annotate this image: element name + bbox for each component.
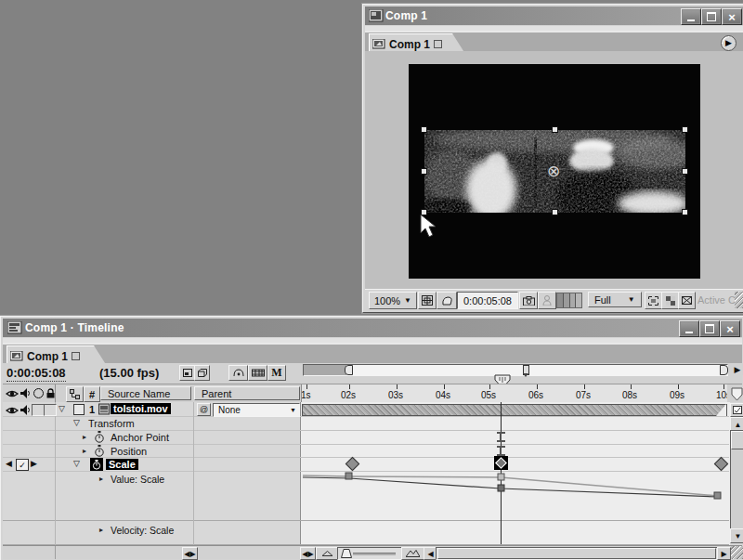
selection-handle[interactable] <box>552 209 558 215</box>
timeline-close-button[interactable]: × <box>720 320 740 337</box>
timeline-minimize-button[interactable] <box>679 320 699 337</box>
comp-resize-grip[interactable] <box>735 292 743 308</box>
vscroll-thumb[interactable] <box>731 431 743 449</box>
scale-label[interactable]: Scale <box>106 459 138 470</box>
selection-handle[interactable] <box>421 168 427 175</box>
anchor-expand-arrow[interactable]: ▸ <box>83 433 86 441</box>
comp-window-titlebar[interactable]: Comp 1 × <box>365 7 743 25</box>
frame-blending-button[interactable] <box>248 365 267 381</box>
flowchart-button[interactable] <box>194 365 210 381</box>
motion-blur-button[interactable]: M <box>267 365 286 381</box>
transform-expand-arrow[interactable]: ▽ <box>73 418 80 427</box>
resolution-dropdown[interactable]: Full ▼ <box>588 292 642 307</box>
parent-dropdown[interactable]: None ▼ <box>213 403 300 417</box>
navigator-end-handle[interactable] <box>720 365 728 375</box>
view-popup[interactable]: Active Ca <box>697 292 736 307</box>
layer-solo-cell[interactable] <box>32 404 45 416</box>
time-navigator[interactable] <box>303 364 728 376</box>
selection-handle[interactable] <box>682 168 688 175</box>
blue-channel-icon[interactable] <box>570 293 577 307</box>
comp-marker-bin-icon[interactable] <box>731 387 743 401</box>
comp-close-button[interactable]: × <box>722 8 742 25</box>
source-name-header[interactable]: Source Name <box>100 386 191 400</box>
vscroll-track[interactable] <box>730 430 743 530</box>
scale-stopwatch-icon[interactable] <box>90 458 103 471</box>
transform-group-label[interactable]: Transform <box>88 418 135 429</box>
zoom-slider-handle[interactable] <box>341 549 352 558</box>
layer-number-header[interactable]: # <box>84 386 100 402</box>
position-expand-arrow[interactable]: ▸ <box>83 447 86 455</box>
layer-video-toggle[interactable] <box>6 406 19 415</box>
selection-handle[interactable] <box>552 126 558 133</box>
timeline-titlebar[interactable]: Comp 1 · Timeline × <box>3 319 742 337</box>
prev-keyframe-button[interactable]: ◀ <box>6 459 12 468</box>
comp-stage: ⊗ <box>409 64 700 279</box>
footage-layer[interactable]: ⊗ <box>424 130 685 213</box>
parent-pickwhip[interactable]: @ <box>197 403 211 416</box>
position-stopwatch-icon[interactable] <box>94 445 105 457</box>
hscroll-thumb[interactable] <box>437 548 716 559</box>
scale-expand-arrow[interactable]: ▽ <box>73 459 80 468</box>
value-expand-arrow[interactable]: ▸ <box>99 475 103 483</box>
alpha-channel-icon[interactable] <box>576 293 581 307</box>
source-col-resize-arrows[interactable]: ◀▶ <box>182 547 198 560</box>
selection-handle[interactable] <box>421 126 427 133</box>
mask-visibility-button[interactable] <box>437 292 457 309</box>
marker-well-button[interactable] <box>730 403 743 417</box>
timeline-resize-grip[interactable] <box>731 546 743 559</box>
velocity-expand-arrow[interactable]: ▸ <box>99 526 103 534</box>
layer-switches-header[interactable] <box>66 386 84 402</box>
comp-maximize-button[interactable] <box>701 8 722 25</box>
vscroll-down-button[interactable]: ▼ <box>730 528 743 543</box>
time-ruler[interactable]: 1s 02s 03s 04s 05s 06s 07s 08s 09s 10s <box>302 384 727 403</box>
layer-source-name[interactable]: tolstoi.mov <box>111 403 171 414</box>
hide-shy-layers-button[interactable] <box>228 365 248 381</box>
red-channel-icon[interactable] <box>557 293 564 307</box>
parent-col-resize-arrows[interactable]: ◀▶ <box>300 547 316 560</box>
selection-handle[interactable] <box>682 126 688 133</box>
layer-lock-cell[interactable] <box>44 404 57 416</box>
timeline-timecode[interactable]: 0:00:05:08 <box>7 366 66 382</box>
timeline-panel-menu-button[interactable]: ▶ <box>731 364 743 375</box>
zoom-slider[interactable] <box>337 547 402 560</box>
layer-quality-switch[interactable] <box>73 404 85 415</box>
timeline-tab-marker[interactable] <box>72 352 80 360</box>
solo-column-icon <box>33 388 44 398</box>
anchor-point-label[interactable]: Anchor Point <box>111 432 169 443</box>
region-of-interest-button[interactable] <box>645 292 662 309</box>
magnification-dropdown[interactable]: 100% ▼ <box>369 292 417 309</box>
scale-value-graph[interactable] <box>300 402 729 545</box>
panel-menu-arrow-icon: ▶ <box>725 39 732 47</box>
position-label[interactable]: Position <box>111 446 147 457</box>
selection-handle[interactable] <box>682 209 688 215</box>
keyframe-checkbox[interactable]: ✓ <box>16 459 29 471</box>
timeline-maximize-button[interactable] <box>699 320 720 337</box>
comp-viewer[interactable]: ⊗ <box>365 51 743 289</box>
navigator-start-handle[interactable] <box>345 365 353 375</box>
hscroll-right-button[interactable]: ▶ <box>717 547 731 560</box>
show-snapshot-button[interactable] <box>538 292 556 309</box>
parent-header[interactable]: Parent <box>194 386 300 400</box>
next-keyframe-button[interactable]: ▶ <box>31 459 37 468</box>
layer-audio-toggle[interactable] <box>20 405 32 416</box>
snapshot-button[interactable] <box>519 292 538 309</box>
layer-expand-arrow[interactable]: ▽ <box>59 404 65 413</box>
green-channel-icon[interactable] <box>564 293 570 307</box>
anchor-point-icon[interactable]: ⊗ <box>547 163 560 179</box>
comp-tab-marker[interactable] <box>434 40 442 48</box>
comp-timecode-field[interactable]: 0:00:05:08 <box>457 292 518 309</box>
comp-family-button[interactable] <box>179 365 195 381</box>
safe-zones-button[interactable] <box>418 292 437 309</box>
comp-statusbar: 100% ▼ 0:00:05:08 <box>365 289 743 310</box>
pen-check-icon <box>733 406 742 414</box>
transparency-grid-button[interactable] <box>661 292 679 309</box>
zoom-in-button[interactable] <box>401 547 424 560</box>
comp-minimize-button[interactable] <box>681 8 701 25</box>
channel-buttons[interactable] <box>556 293 582 308</box>
comp-panel-menu-button[interactable]: ▶ <box>721 35 736 51</box>
pixel-aspect-button[interactable] <box>678 292 696 309</box>
hscroll-track[interactable] <box>436 547 719 560</box>
zoom-out-button[interactable] <box>316 547 338 560</box>
anchor-stopwatch-icon[interactable] <box>94 431 105 443</box>
comp-window-icon <box>369 9 384 22</box>
